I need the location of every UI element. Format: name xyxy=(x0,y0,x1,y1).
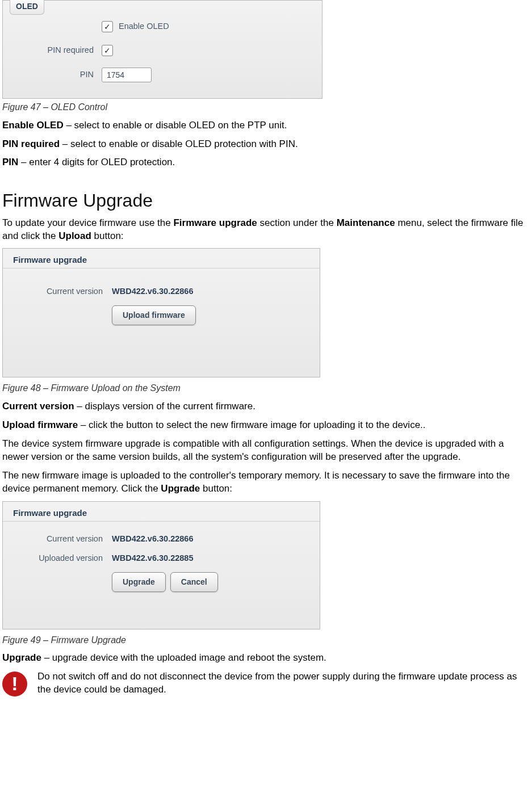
current-version-value: WBD422.v6.30.22866 xyxy=(112,286,194,297)
temp-text-2: button: xyxy=(200,483,232,494)
enable-oled-definition: Enable OLED – select to enable or disabl… xyxy=(2,119,530,132)
figure-48-panel: Firmware upgrade Current version WBD422.… xyxy=(2,248,320,377)
current-version-term: Current version xyxy=(2,401,74,412)
upgrade-term: Upgrade xyxy=(2,652,41,663)
enable-oled-term: Enable OLED xyxy=(2,120,64,131)
fw-intro-text-4: button: xyxy=(91,230,124,241)
figure-47-panel: OLED ✓ Enable OLED PIN required ✓ PIN xyxy=(2,0,322,99)
pin-required-checkbox[interactable]: ✓ xyxy=(102,45,113,56)
warning-icon: ! xyxy=(2,672,27,696)
upgrade-button[interactable]: Upgrade xyxy=(112,572,166,592)
uploaded-version-value: WBD422.v6.30.22885 xyxy=(112,553,194,564)
enable-oled-label: Enable OLED xyxy=(113,21,169,32)
upgrade-definition: Upgrade – upgrade device with the upload… xyxy=(2,652,530,665)
firmware-upgrade-panel-title: Firmware upgrade xyxy=(13,254,87,266)
firmware-upgrade-panel-title-2: Firmware upgrade xyxy=(13,507,87,519)
pin-input[interactable] xyxy=(102,68,152,82)
fw-intro-bold-3: Upload xyxy=(58,230,91,241)
enable-oled-checkbox[interactable]: ✓ xyxy=(102,21,113,32)
uploaded-version-label: Uploaded version xyxy=(3,553,112,564)
upgrade-desc: – upgrade device with the uploaded image… xyxy=(41,652,326,663)
oled-panel-title: OLED xyxy=(10,0,44,15)
temp-text-1: The new firmware image is uploaded to th… xyxy=(2,470,510,494)
pin-desc: – enter 4 digits for OLED protection. xyxy=(18,157,175,167)
pin-required-term: PIN required xyxy=(2,139,60,149)
pin-required-definition: PIN required – select to enable or disab… xyxy=(2,138,530,151)
upload-firmware-definition: Upload firmware – click the button to se… xyxy=(2,419,530,432)
panel-divider xyxy=(3,268,320,268)
upload-firmware-button[interactable]: Upload firmware xyxy=(112,305,196,325)
upload-firmware-term: Upload firmware xyxy=(2,419,78,430)
current-version-definition: Current version – displays version of th… xyxy=(2,400,530,413)
compat-paragraph: The device system firmware upgrade is co… xyxy=(2,438,530,464)
figure-49-caption: Figure 49 – Firmware Upgrade xyxy=(2,634,532,647)
fw-intro-text-1: To update your device firmware use the xyxy=(2,217,173,228)
cancel-button[interactable]: Cancel xyxy=(170,572,218,592)
fw-intro-bold-2: Maintenance xyxy=(337,217,395,228)
figure-48-caption: Figure 48 – Firmware Upload on the Syste… xyxy=(2,382,532,394)
warning-text: Do not switch off and do not disconnect … xyxy=(37,670,530,696)
current-version-desc: – displays version of the current firmwa… xyxy=(74,401,255,412)
temp-bold-1: Upgrade xyxy=(161,483,200,494)
pin-required-label: PIN required xyxy=(3,45,102,56)
pin-required-desc: – select to enable or disable OLED prote… xyxy=(60,139,298,149)
pin-definition: PIN – enter 4 digits for OLED protection… xyxy=(2,156,530,169)
current-version-value-2: WBD422.v6.30.22866 xyxy=(112,534,194,545)
panel-divider-2 xyxy=(3,521,320,522)
current-version-label-2: Current version xyxy=(3,534,112,545)
enable-oled-desc: – select to enable or disable OLED on th… xyxy=(64,120,287,131)
fw-intro-text-2: section under the xyxy=(257,217,337,228)
figure-49-panel: Firmware upgrade Current version WBD422.… xyxy=(2,501,320,629)
fw-intro-bold-1: Firmware upgrade xyxy=(173,217,257,228)
upload-firmware-desc: – click the button to select the new fir… xyxy=(78,419,425,430)
firmware-intro-paragraph: To update your device firmware use the F… xyxy=(2,217,530,243)
figure-47-caption: Figure 47 – OLED Control xyxy=(2,101,532,114)
firmware-upgrade-heading: Firmware Upgrade xyxy=(2,188,530,213)
current-version-label: Current version xyxy=(3,286,112,297)
temp-memory-paragraph: The new firmware image is uploaded to th… xyxy=(2,469,530,496)
pin-label: PIN xyxy=(3,69,102,81)
pin-term: PIN xyxy=(2,157,18,167)
warning-block: ! Do not switch off and do not disconnec… xyxy=(2,670,530,696)
